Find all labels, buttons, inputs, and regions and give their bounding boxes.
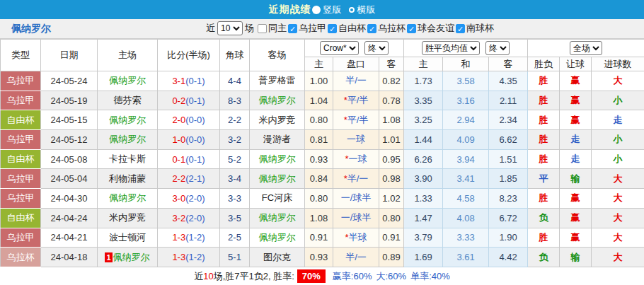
- header-date: 日期: [41, 40, 98, 71]
- cell-avg-away: 1.85: [489, 169, 528, 189]
- results-table: 类型 日期 主场 比分(半场) 角球 客场 Crow* 终 胜平负均值 终: [0, 39, 644, 267]
- cell-home-team: 佩纳罗尔: [98, 71, 158, 91]
- cell-odds-away: 1.01: [379, 130, 404, 150]
- average-type-select[interactable]: 胜平负均值: [422, 41, 480, 55]
- match-count-select[interactable]: 10: [217, 21, 243, 35]
- cell-corners: 2-2: [220, 110, 250, 130]
- cell-avg-home: 1.33: [404, 189, 443, 209]
- cell-home-team: 佩纳罗尔: [98, 189, 158, 209]
- cell-avg-home: 1.69: [404, 248, 443, 267]
- cell-result-handicap: 赢: [560, 189, 592, 209]
- cell-result-goals: 小: [592, 130, 644, 150]
- header-score: 比分(半场): [158, 40, 220, 71]
- cell-result-goals: 大: [592, 228, 644, 248]
- match-row: 自由杯24-05-08卡拉卡斯0-1(0-1)5-2佩纳罗尔0.93*一球0.9…: [1, 149, 644, 169]
- cell-competition: 乌拉甲: [1, 91, 41, 110]
- cell-handicap: *平/半: [333, 91, 379, 110]
- cell-home-team: 米内罗竞: [98, 208, 158, 228]
- cell-avg-draw: 2.94: [443, 110, 489, 130]
- bookmaker-select[interactable]: Crow*: [320, 41, 359, 55]
- average-time-select[interactable]: 终: [485, 41, 510, 55]
- cell-handicap: *平/半: [333, 110, 379, 130]
- cell-avg-draw: 3.16: [443, 91, 489, 110]
- subheader-avg-away: 客: [489, 57, 528, 71]
- cell-result-goals: 大: [592, 189, 644, 209]
- bookmaker-time-select[interactable]: 终: [364, 41, 389, 55]
- league-label-4: 南球杯: [466, 22, 494, 35]
- cell-competition: 自由杯: [1, 149, 41, 169]
- cell-competition: 乌拉甲: [1, 71, 41, 91]
- cell-odds-home: 0.84: [305, 169, 333, 189]
- cell-competition: 乌拉甲: [1, 189, 41, 209]
- league-checkbox-4[interactable]: ✓: [456, 24, 465, 33]
- cell-odds-home: 1.04: [305, 91, 333, 110]
- cell-result-wdl: 胜: [528, 130, 560, 150]
- cell-result-goals: 大: [592, 169, 644, 189]
- cell-result-wdl: 胜: [528, 110, 560, 130]
- cell-avg-away: 2.34: [489, 110, 528, 130]
- header-type: 类型: [1, 40, 41, 71]
- cell-date: 24-05-12: [41, 130, 98, 150]
- cell-odds-away: 0.78: [379, 91, 404, 110]
- header-result-group: 全场: [528, 40, 644, 57]
- league-checkbox-1[interactable]: ✓: [328, 24, 337, 33]
- cell-score: 2-0(0-0): [158, 110, 220, 130]
- cell-away-team: 佩纳罗尔: [250, 169, 305, 189]
- cell-away-team: 漫游者: [250, 130, 305, 150]
- cell-result-handicap: 输: [560, 248, 592, 267]
- cell-avg-draw: 3.33: [443, 228, 489, 248]
- cell-avg-draw: 3.61: [443, 248, 489, 267]
- scope-select[interactable]: 全场: [570, 41, 602, 55]
- cell-home-team: 波士顿河: [98, 228, 158, 248]
- league-label-1: 自由杯: [338, 22, 366, 35]
- vertical-layout-radio[interactable]: [312, 6, 321, 14]
- same-home-checkbox[interactable]: [258, 24, 267, 33]
- cell-score: 0-2(0-1): [158, 91, 220, 110]
- horizontal-layout-radio[interactable]: [349, 7, 355, 13]
- cell-home-team: 德芬索: [98, 91, 158, 110]
- cell-competition: 乌拉杯: [1, 248, 41, 267]
- cell-result-wdl: 胜: [528, 149, 560, 169]
- cell-odds-home: 1.00: [305, 71, 333, 91]
- cell-corners: 3-3: [220, 189, 250, 209]
- cell-corners: 3-4: [220, 169, 250, 189]
- cell-result-goals: 大: [592, 248, 644, 267]
- cell-result-wdl: 平: [528, 169, 560, 189]
- cell-avg-away: 1.51: [489, 149, 528, 169]
- filter-bar: 佩纳罗尔 近 10 场 同主 ✓ 乌拉甲 ✓ 自由杯 ✓ 乌拉杯 ✓ 球会友谊 …: [0, 19, 644, 39]
- league-checkbox-0[interactable]: ✓: [288, 24, 297, 33]
- cell-avg-home: 3.25: [404, 110, 443, 130]
- win-rate-badge: 70%: [297, 269, 326, 283]
- cell-odds-home: 1.08: [305, 208, 333, 228]
- subheader-odds-home: 主: [305, 57, 333, 71]
- match-row: 乌拉甲24-04-30佩纳罗尔3-0(2-0)3-3FC河床0.80一/球半1.…: [1, 189, 644, 209]
- cell-score: 3-1(0-1): [158, 71, 220, 91]
- league-checkbox-2[interactable]: ✓: [367, 24, 376, 33]
- team-name: 佩纳罗尔: [11, 23, 51, 35]
- cell-odds-home: 0.93: [305, 149, 333, 169]
- cell-avg-home: 3.79: [404, 228, 443, 248]
- cell-score: 1-0(0-0): [158, 130, 220, 150]
- cell-handicap: 一/球半: [333, 189, 379, 209]
- cell-home-team: 佩纳罗尔: [98, 130, 158, 150]
- vertical-layout-label: 竖版: [323, 4, 342, 16]
- cell-away-team: FC河床: [250, 189, 305, 209]
- cell-competition: 乌拉甲: [1, 130, 41, 150]
- cell-result-handicap: 赢: [560, 71, 592, 91]
- cell-odds-away: 0.95: [379, 149, 404, 169]
- cell-result-handicap: 赢: [560, 110, 592, 130]
- cell-away-team: 佩纳罗尔: [250, 149, 305, 169]
- match-row: 自由杯24-04-24米内罗竞3-2(2-0)3-5佩纳罗尔1.08一/球半0.…: [1, 208, 644, 228]
- cell-result-wdl: 负: [528, 248, 560, 267]
- league-checkbox-3[interactable]: ✓: [407, 24, 416, 33]
- match-row: 乌拉甲24-04-21波士顿河1-3(1-2)2-5佩纳罗尔0.91*半球0.9…: [1, 228, 644, 248]
- cell-date: 24-05-24: [41, 71, 98, 91]
- subheader-result-handicap: 让球: [560, 57, 592, 71]
- cell-date: 24-04-21: [41, 228, 98, 248]
- cell-odds-home: 0.81: [305, 130, 333, 150]
- cell-result-goals: 小: [592, 91, 644, 110]
- cell-avg-away: 2.11: [489, 91, 528, 110]
- league-label-3: 球会友谊: [418, 22, 454, 35]
- cell-competition: 乌拉甲: [1, 169, 41, 189]
- cell-score: 1-3(1-2): [158, 248, 220, 267]
